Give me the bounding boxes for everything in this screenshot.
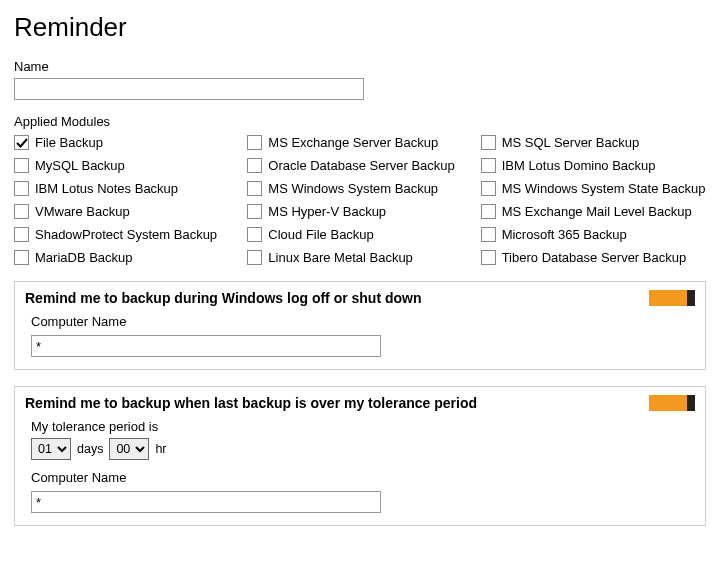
module-file-backup: File Backup — [14, 135, 239, 150]
module-tibero-db-backup: Tibero Database Server Backup — [481, 250, 706, 265]
panel-tolerance-title: Remind me to backup when last backup is … — [25, 395, 477, 411]
module-mariadb-backup: MariaDB Backup — [14, 250, 239, 265]
applied-modules-grid: File BackupMS Exchange Server BackupMS S… — [14, 135, 706, 265]
tolerance-days-unit: days — [77, 442, 103, 456]
module-m365-backup: Microsoft 365 Backup — [481, 227, 706, 242]
module-hyperv-backup-checkbox[interactable] — [247, 204, 262, 219]
module-exchange-mail-level: MS Exchange Mail Level Backup — [481, 204, 706, 219]
module-lotus-notes-backup-label: IBM Lotus Notes Backup — [35, 181, 178, 196]
module-linux-bare-metal-label: Linux Bare Metal Backup — [268, 250, 413, 265]
panel-tolerance-computer-name-label: Computer Name — [31, 470, 695, 485]
module-shadowprotect-backup: ShadowProtect System Backup — [14, 227, 239, 242]
tolerance-hours-select[interactable]: 00 — [109, 438, 149, 460]
module-sql-server-backup-label: MS SQL Server Backup — [502, 135, 640, 150]
tolerance-label: My tolerance period is — [31, 419, 695, 434]
module-shadowprotect-backup-label: ShadowProtect System Backup — [35, 227, 217, 242]
module-tibero-db-backup-checkbox[interactable] — [481, 250, 496, 265]
module-lotus-notes-backup: IBM Lotus Notes Backup — [14, 181, 239, 196]
module-lotus-notes-backup-checkbox[interactable] — [14, 181, 29, 196]
module-cloud-file-backup-label: Cloud File Backup — [268, 227, 374, 242]
module-mariadb-backup-checkbox[interactable] — [14, 250, 29, 265]
module-win-system-state-label: MS Windows System State Backup — [502, 181, 706, 196]
module-tibero-db-backup-label: Tibero Database Server Backup — [502, 250, 687, 265]
name-input[interactable] — [14, 78, 364, 100]
module-lotus-domino-backup-checkbox[interactable] — [481, 158, 496, 173]
module-exchange-mail-level-label: MS Exchange Mail Level Backup — [502, 204, 692, 219]
module-sql-server-backup-checkbox[interactable] — [481, 135, 496, 150]
module-m365-backup-label: Microsoft 365 Backup — [502, 227, 627, 242]
tolerance-hours-unit: hr — [155, 442, 166, 456]
module-win-system-state: MS Windows System State Backup — [481, 181, 706, 196]
module-sql-server-backup: MS SQL Server Backup — [481, 135, 706, 150]
module-exchange-server-backup: MS Exchange Server Backup — [247, 135, 472, 150]
module-mysql-backup-label: MySQL Backup — [35, 158, 125, 173]
module-vmware-backup: VMware Backup — [14, 204, 239, 219]
module-win-system-backup-checkbox[interactable] — [247, 181, 262, 196]
module-hyperv-backup: MS Hyper-V Backup — [247, 204, 472, 219]
module-cloud-file-backup: Cloud File Backup — [247, 227, 472, 242]
module-exchange-server-backup-checkbox[interactable] — [247, 135, 262, 150]
module-cloud-file-backup-checkbox[interactable] — [247, 227, 262, 242]
module-linux-bare-metal-checkbox[interactable] — [247, 250, 262, 265]
panel-logoff-computer-name-input[interactable] — [31, 335, 381, 357]
module-vmware-backup-label: VMware Backup — [35, 204, 130, 219]
page-title: Reminder — [14, 12, 706, 43]
module-file-backup-checkbox[interactable] — [14, 135, 29, 150]
module-oracle-db-backup-label: Oracle Database Server Backup — [268, 158, 454, 173]
panel-remind-logoff: Remind me to backup during Windows log o… — [14, 281, 706, 370]
module-vmware-backup-checkbox[interactable] — [14, 204, 29, 219]
module-mariadb-backup-label: MariaDB Backup — [35, 250, 133, 265]
module-win-system-backup: MS Windows System Backup — [247, 181, 472, 196]
module-lotus-domino-backup-label: IBM Lotus Domino Backup — [502, 158, 656, 173]
module-oracle-db-backup: Oracle Database Server Backup — [247, 158, 472, 173]
module-exchange-server-backup-label: MS Exchange Server Backup — [268, 135, 438, 150]
panel-remind-tolerance: Remind me to backup when last backup is … — [14, 386, 706, 526]
panel-logoff-computer-name-label: Computer Name — [31, 314, 695, 329]
module-shadowprotect-backup-checkbox[interactable] — [14, 227, 29, 242]
applied-modules-label: Applied Modules — [14, 114, 706, 129]
panel-logoff-title: Remind me to backup during Windows log o… — [25, 290, 422, 306]
panel-tolerance-toggle[interactable] — [649, 395, 695, 411]
panel-tolerance-computer-name-input[interactable] — [31, 491, 381, 513]
module-oracle-db-backup-checkbox[interactable] — [247, 158, 262, 173]
module-linux-bare-metal: Linux Bare Metal Backup — [247, 250, 472, 265]
module-win-system-state-checkbox[interactable] — [481, 181, 496, 196]
tolerance-days-select[interactable]: 01 — [31, 438, 71, 460]
module-m365-backup-checkbox[interactable] — [481, 227, 496, 242]
module-lotus-domino-backup: IBM Lotus Domino Backup — [481, 158, 706, 173]
module-hyperv-backup-label: MS Hyper-V Backup — [268, 204, 386, 219]
module-exchange-mail-level-checkbox[interactable] — [481, 204, 496, 219]
module-mysql-backup-checkbox[interactable] — [14, 158, 29, 173]
module-mysql-backup: MySQL Backup — [14, 158, 239, 173]
module-win-system-backup-label: MS Windows System Backup — [268, 181, 438, 196]
module-file-backup-label: File Backup — [35, 135, 103, 150]
panel-logoff-toggle[interactable] — [649, 290, 695, 306]
name-label: Name — [14, 59, 706, 74]
